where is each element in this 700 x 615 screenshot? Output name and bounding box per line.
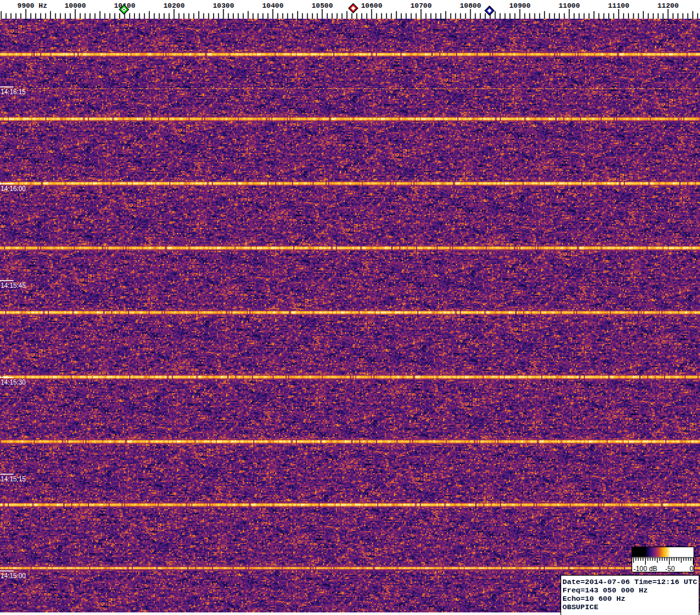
svg-text:11200: 11200 (657, 2, 679, 10)
svg-text:11000: 11000 (559, 2, 580, 10)
svg-text:10200: 10200 (163, 2, 185, 10)
svg-text:10500: 10500 (311, 2, 333, 10)
svg-text:10400: 10400 (262, 2, 283, 10)
svg-text:10900: 10900 (509, 2, 530, 10)
svg-text:11100: 11100 (608, 2, 629, 10)
svg-text:10000: 10000 (65, 2, 86, 10)
svg-text:10300: 10300 (212, 2, 234, 10)
svg-text:10800: 10800 (460, 2, 481, 10)
svg-text:9900 Hz: 9900 Hz (17, 2, 47, 10)
svg-text:10600: 10600 (361, 2, 382, 10)
svg-text:10700: 10700 (410, 2, 431, 10)
